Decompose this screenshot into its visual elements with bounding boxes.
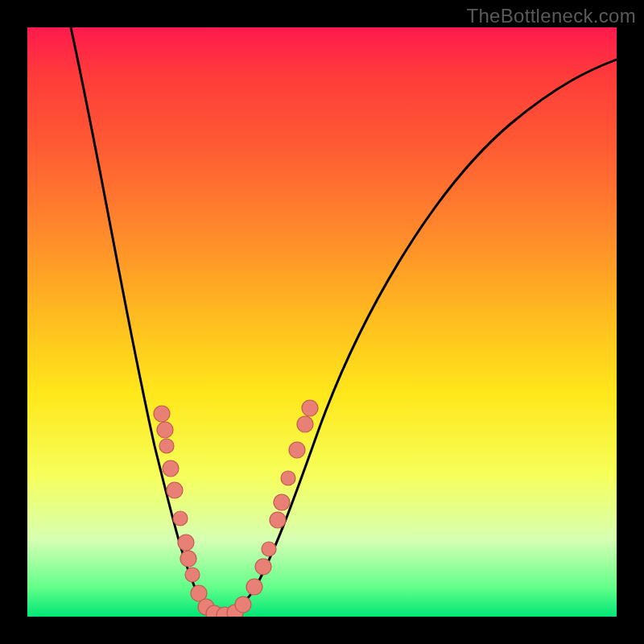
data-point [270, 512, 286, 528]
data-point [180, 551, 196, 567]
data-point [274, 494, 290, 510]
attribution-text: TheBottleneck.com [466, 5, 636, 27]
data-point [157, 422, 173, 438]
data-point [178, 535, 194, 551]
data-point [167, 482, 183, 498]
data-point [246, 579, 262, 595]
data-point [302, 400, 318, 416]
data-point [159, 439, 174, 453]
data-point [289, 442, 305, 458]
data-point [163, 460, 179, 477]
data-point [235, 597, 251, 613]
data-point-group [154, 400, 318, 617]
data-point [297, 416, 313, 432]
data-point [173, 511, 188, 526]
chart-plot-area [27, 27, 617, 617]
data-point [262, 542, 276, 556]
bottleneck-curve-svg [27, 27, 617, 617]
data-point [185, 568, 200, 582]
data-point [255, 559, 271, 575]
data-point [154, 406, 170, 422]
bottleneck-curve-path [71, 27, 617, 614]
data-point [281, 471, 295, 485]
